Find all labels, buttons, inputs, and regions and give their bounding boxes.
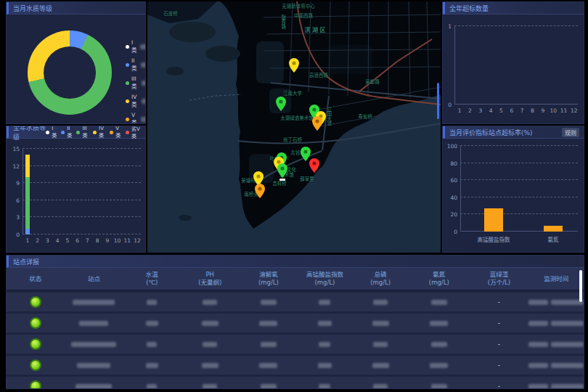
redacted-value bbox=[528, 321, 548, 326]
table-cell bbox=[409, 363, 469, 368]
legend-item[interactable]: I类 bbox=[126, 39, 146, 54]
redacted-value bbox=[140, 44, 146, 49]
table-row[interactable]: - bbox=[7, 356, 584, 375]
station-pin-green[interactable] bbox=[277, 163, 287, 178]
legend-item[interactable]: I类 bbox=[46, 126, 57, 139]
table-cell bbox=[298, 363, 353, 368]
redacted-value bbox=[528, 300, 548, 305]
table-cell: - bbox=[470, 362, 529, 369]
legend-dot-icon bbox=[110, 131, 113, 134]
table-cell bbox=[528, 342, 584, 347]
panel-title-text: 全年超标数量 bbox=[449, 4, 489, 13]
map-pin-icon bbox=[309, 158, 319, 173]
table-cell bbox=[352, 321, 409, 326]
redacted-value bbox=[430, 321, 448, 326]
gridline bbox=[23, 234, 141, 234]
algae-value: - bbox=[498, 298, 500, 306]
status-indicator-green bbox=[30, 317, 41, 329]
y-axis-tick: 15 bbox=[12, 146, 23, 152]
table-cell bbox=[123, 321, 180, 326]
month-rate-chart[interactable]: 020406080100高锰酸盐指数氨氮 bbox=[460, 146, 578, 232]
redacted-value bbox=[141, 117, 146, 122]
stacked-bar-segment[interactable] bbox=[25, 155, 30, 177]
table-cell bbox=[180, 300, 240, 305]
y-axis-tick: 9 bbox=[16, 180, 23, 187]
legend-item[interactable]: II类 bbox=[126, 57, 146, 72]
column-label: 溶解氧 bbox=[259, 271, 278, 279]
redacted-value bbox=[430, 363, 448, 368]
y-axis-tick: 40 bbox=[450, 194, 460, 200]
column-header: 站点 bbox=[65, 268, 124, 290]
map-label: 无锡新体育中心 bbox=[282, 4, 315, 9]
panel-title-year-grade: 全年水质等级 I类II类III类IV类V类劣V类 bbox=[7, 126, 145, 139]
table-cell bbox=[298, 342, 353, 347]
legend-item[interactable]: IV类 bbox=[126, 94, 146, 108]
map-view[interactable]: 石皮桥无锡新体育中心隐秀路中南西路滨湖区江南大学高浪西路立国大道寿安桥吴都路太湖… bbox=[147, 1, 441, 253]
gridline bbox=[460, 197, 578, 197]
y-axis-tick: 60 bbox=[450, 177, 460, 184]
algae-value: - bbox=[498, 319, 500, 327]
legend-item[interactable]: III类 bbox=[126, 75, 146, 90]
station-pin-green[interactable] bbox=[276, 97, 286, 111]
redacted-value bbox=[373, 300, 388, 305]
rule-button[interactable]: 规则 bbox=[562, 128, 579, 137]
legend-item[interactable]: V类 bbox=[126, 112, 146, 124]
gridline bbox=[454, 25, 578, 26]
table-cell bbox=[7, 359, 65, 371]
x-axis-tick: 12 bbox=[571, 107, 578, 114]
table-cell bbox=[528, 384, 584, 389]
map-pin-icon bbox=[277, 163, 287, 178]
table-cell bbox=[409, 384, 469, 389]
legend-item[interactable]: V类 bbox=[110, 126, 121, 139]
rate-bar[interactable] bbox=[544, 226, 563, 232]
legend-item[interactable]: IV类 bbox=[93, 126, 105, 139]
map-label: 中南西路 bbox=[294, 14, 313, 19]
donut-chart[interactable] bbox=[28, 30, 112, 115]
rate-bar[interactable] bbox=[484, 208, 503, 232]
table-row[interactable]: - bbox=[7, 335, 584, 354]
x-axis-tick: 7 bbox=[520, 107, 524, 114]
y-axis-tick: 6 bbox=[16, 197, 23, 203]
year-grade-chart[interactable]: 03691215123456789101112 bbox=[23, 149, 141, 234]
station-pin-orange[interactable] bbox=[255, 184, 265, 198]
table-cell bbox=[528, 363, 584, 368]
table-cell bbox=[298, 321, 353, 326]
panel-title-text: 当月评价指标站点超标率(%) bbox=[449, 128, 533, 137]
map-scrollbar[interactable] bbox=[437, 83, 439, 119]
station-pin-red[interactable] bbox=[309, 158, 319, 173]
legend-dot-icon bbox=[61, 131, 65, 134]
table-cell bbox=[298, 300, 353, 305]
table-cell: - bbox=[470, 319, 529, 327]
redacted-value bbox=[73, 300, 115, 305]
year-grade-legend: I类II类III类IV类V类劣V类 bbox=[46, 126, 141, 139]
table-scrollbar[interactable] bbox=[579, 270, 582, 302]
map-label: 吴都路 bbox=[365, 80, 380, 85]
column-header: 氨氮(mg/L) bbox=[409, 268, 469, 290]
redacted-value bbox=[551, 384, 583, 389]
table-row[interactable]: - bbox=[7, 293, 584, 311]
dashboard: 当月水质等级 I类II类III类IV类V类劣V类 全年水质等级 I类II类III… bbox=[0, 0, 588, 392]
bar-category-label: 氨氮 bbox=[547, 235, 558, 243]
legend-label: I类 bbox=[52, 126, 57, 139]
stacked-bar-segment[interactable] bbox=[25, 177, 30, 229]
station-pin-yellow[interactable] bbox=[289, 58, 299, 73]
legend-item[interactable]: 劣V类 bbox=[126, 126, 141, 139]
legend-item[interactable]: II类 bbox=[61, 126, 72, 139]
status-indicator-green bbox=[30, 338, 41, 350]
legend-item[interactable]: III类 bbox=[76, 126, 89, 139]
table-cell: - bbox=[470, 340, 529, 348]
column-label: 水温 bbox=[146, 271, 158, 279]
stacked-bar-segment[interactable] bbox=[25, 229, 30, 234]
year-exceed-chart[interactable]: 01123456789101112 bbox=[454, 26, 578, 105]
map-label: 寿安桥 bbox=[358, 115, 372, 120]
x-axis-tick: 4 bbox=[56, 237, 60, 244]
table-row[interactable]: - bbox=[7, 314, 584, 332]
column-header: 水温(℃) bbox=[123, 268, 180, 290]
y-axis-tick: 100 bbox=[447, 143, 460, 150]
x-axis-tick: 3 bbox=[478, 107, 482, 114]
status-indicator-green bbox=[30, 359, 41, 371]
redacted-value bbox=[551, 321, 583, 326]
station-pin-orange[interactable] bbox=[312, 116, 322, 131]
table-cell bbox=[65, 384, 124, 389]
table-row[interactable]: - bbox=[7, 377, 584, 389]
